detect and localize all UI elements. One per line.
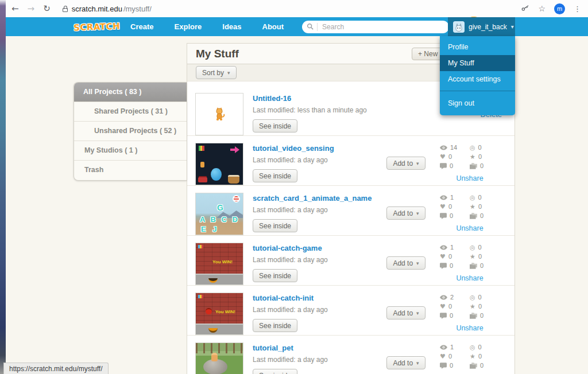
comments-stat: 0 [440,362,470,369]
project-title-link[interactable]: tutorial_video_sensing [253,144,334,153]
views-count: 1 [450,244,454,251]
password-key-icon[interactable] [521,3,529,14]
add-to-button[interactable]: Add to ▾ [386,356,425,369]
comments-stat: 0 [440,212,470,219]
see-inside-button[interactable]: See inside [253,269,297,282]
project-thumbnail[interactable] [195,143,243,185]
back-icon[interactable]: ← [11,5,19,13]
project-thumbnail[interactable] [195,93,243,135]
projects-sidebar: All Projects ( 83 ) Shared Projects ( 31… [74,82,187,181]
sidebar-item-trash[interactable]: Trash [74,161,187,180]
account-menu-button[interactable]: give_it_back ▾ [448,17,515,36]
menu-item-account-settings[interactable]: Account settings [440,71,515,87]
add-to-button[interactable]: Add to ▾ [386,157,425,170]
nav-create[interactable]: Create [120,17,164,36]
project-thumbnail[interactable] [195,342,243,374]
scratch-logo[interactable]: SCRATCH [74,21,121,33]
menu-item-my-stuff[interactable]: My Stuff [440,55,515,71]
loves-count: 0 [448,353,452,360]
last-modified: Last modified: a day ago [253,306,372,314]
unshare-link[interactable]: Unshare [440,324,500,332]
add-to-button[interactable]: Add to ▾ [386,207,425,220]
remixes-stat: ◎0 [470,244,500,251]
project-title-link[interactable]: Untitled-16 [253,94,291,103]
see-inside-button[interactable]: See inside [253,119,297,133]
project-title-link[interactable]: tutorial-catch-game [253,244,322,252]
sidebar-item-shared-projects[interactable]: Shared Projects ( 31 ) [74,102,187,122]
unshare-link[interactable]: Unshare [440,274,500,282]
menu-item-profile[interactable]: Profile [440,39,515,55]
menu-item-sign-out[interactable]: Sign out [440,95,515,111]
loves-stat: ♥0 [440,203,470,210]
favorites-icon: ★ [470,303,475,310]
bookmark-star-icon[interactable]: ☆ [538,4,546,13]
remixes-icon: ◎ [470,294,475,301]
forward-icon[interactable]: → [28,5,35,13]
studios-stat: 0 [470,312,500,319]
favorites-stat: ★0 [470,353,500,360]
sort-by-button[interactable]: Sort by ▾ [196,66,237,79]
last-modified: Last modified: a day ago [253,156,372,164]
studios-stat: 0 [470,212,500,219]
last-modified: Last modified: less than a minute ago [253,106,372,114]
project-thumbnail[interactable]: G A B C D E J [195,193,243,235]
add-to-button[interactable]: Add to ▾ [386,256,425,270]
apple-image [206,308,212,314]
favorites-stat: ★0 [470,203,500,210]
lock-icon [63,8,68,12]
views-count: 1 [450,194,454,201]
status-bar-link: https://scratch.mit.edu/mystuff/ [3,363,109,374]
search-input[interactable] [318,22,449,32]
browser-profile-avatar[interactable]: m [554,3,565,14]
studios-stat: 0 [470,362,500,369]
project-title-link[interactable]: tutorial-catch-init [253,294,314,302]
browser-menu-icon[interactable]: ⋮ [574,5,581,13]
search-box [302,21,449,33]
remixes-count: 0 [478,144,482,151]
project-title-link[interactable]: tutorial_pet [253,344,293,352]
reload-icon[interactable]: ↻ [43,5,51,13]
comments-icon [440,213,447,219]
project-info: tutorial_video_sensing Last modified: a … [253,143,372,182]
nav-ideas[interactable]: Ideas [212,17,252,36]
loves-count: 0 [448,203,452,210]
loves-count: 0 [448,153,452,160]
address-bar[interactable]: scratch.mit.edu /mystuff/ [63,3,513,14]
project-title-link[interactable]: scratch_card_1_animate_a_name [253,194,372,202]
chevron-down-icon: ▾ [416,161,419,166]
sidebar-item-unshared-projects[interactable]: Unshared Projects ( 52 ) [74,122,187,141]
project-info: scratch_card_1_animate_a_name Last modif… [253,193,372,232]
nav-about[interactable]: About [252,17,295,36]
see-inside-button[interactable]: See inside [253,219,297,232]
see-inside-button[interactable]: See inside [253,369,297,374]
chevron-down-icon: ▾ [416,360,419,366]
studios-stat: 0 [470,162,500,169]
comments-icon [440,163,447,169]
sidebar-item-my-studios[interactable]: My Studios ( 1 ) [74,141,187,161]
project-thumbnail[interactable]: You WIN! [195,293,243,335]
unshare-link[interactable]: Unshare [440,174,500,182]
studios-stat: 0 [470,262,500,269]
loves-icon: ♥ [440,303,446,310]
loves-count: 0 [448,303,452,310]
comments-count: 0 [450,162,453,169]
views-stat: 14 [440,144,470,151]
account-dropdown-menu: Profile My Stuff Account settings Sign o… [440,36,515,115]
sidebar-item-all-projects[interactable]: All Projects ( 83 ) [74,83,187,102]
add-to-button[interactable]: Add to ▾ [386,306,425,320]
unshare-link[interactable]: Unshare [440,224,500,232]
see-inside-button[interactable]: See inside [253,169,297,182]
see-inside-button[interactable]: See inside [253,319,297,332]
project-row: tutorial_video_sensing Last modified: a … [187,136,514,186]
remixes-count: 0 [478,244,482,251]
favorites-count: 0 [478,253,482,260]
nav-explore[interactable]: Explore [164,17,212,36]
project-info: tutorial-catch-game Last modified: a day… [253,243,372,282]
scratch-cat-image [212,107,226,122]
project-thumbnail[interactable]: You WIN! [195,243,243,285]
comments-stat: 0 [440,312,470,319]
arrow-image [235,146,239,153]
studios-icon [470,213,477,219]
drum-image [228,175,239,184]
comments-count: 0 [450,312,453,319]
